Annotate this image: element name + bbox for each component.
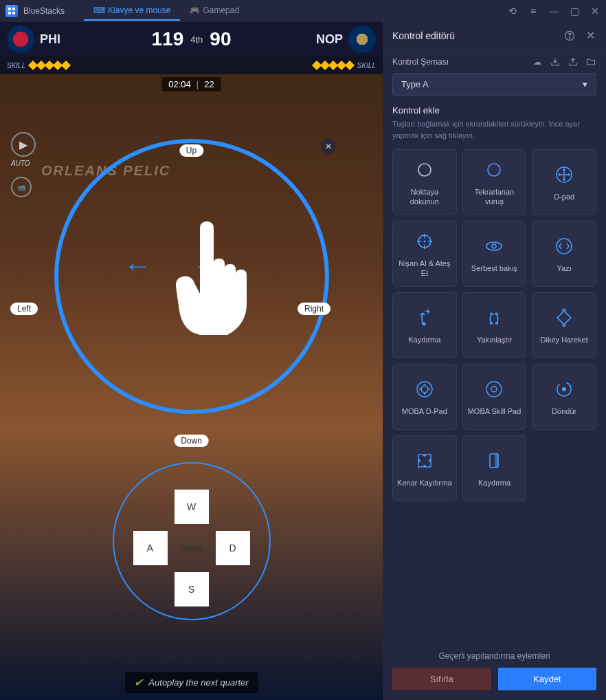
scoreboard: PHI 119 4th 90 NOP bbox=[0, 22, 383, 56]
control-grid: Noktaya dokununTekrarlanan vuruşD-padNiş… bbox=[392, 149, 596, 501]
camera-icon: 📹 bbox=[17, 184, 25, 191]
control-item-script[interactable]: Yazı bbox=[532, 221, 596, 287]
svg-point-12 bbox=[568, 173, 570, 176]
control-item-freelook[interactable]: Serbest bakış bbox=[462, 221, 527, 287]
control-item-aim[interactable]: Nişan Al & Ateş Et bbox=[392, 221, 457, 287]
period: 4th bbox=[190, 34, 203, 45]
shot-clock: 22 bbox=[204, 79, 214, 89]
cloud-sync-button[interactable]: ☁ bbox=[532, 56, 543, 67]
key-a[interactable]: A bbox=[133, 531, 168, 565]
svg-point-18 bbox=[422, 322, 425, 325]
help-button[interactable] bbox=[563, 30, 576, 42]
control-item-rotate[interactable]: Döndür bbox=[532, 364, 596, 430]
control-item-label: D-pad bbox=[554, 192, 574, 201]
autoplay-bar[interactable]: ✔ Autoplay the next quarter bbox=[124, 672, 258, 693]
moba-dpad-icon bbox=[413, 378, 436, 401]
autoplay-text: Autoplay the next quarter bbox=[148, 677, 248, 688]
close-overlay-button[interactable]: ✕ bbox=[321, 139, 336, 154]
svg-rect-3 bbox=[12, 12, 15, 14]
clock: 02:04 bbox=[168, 79, 191, 89]
label-left[interactable]: Left bbox=[10, 303, 38, 315]
menu-button[interactable]: ≡ bbox=[528, 6, 539, 17]
refresh-button[interactable]: ⟲ bbox=[507, 6, 518, 17]
control-item-dpad[interactable]: D-pad bbox=[532, 149, 596, 215]
check-icon: ✔ bbox=[134, 676, 143, 689]
control-item-label: Dikey Hareket bbox=[541, 335, 588, 344]
control-item-label: Tekrarlanan vuruş bbox=[466, 187, 524, 207]
aim-icon bbox=[413, 230, 436, 253]
control-item-zoom[interactable]: Yakınlaştır bbox=[462, 292, 527, 358]
svg-point-5 bbox=[569, 37, 570, 38]
skill-label-left: SKILL bbox=[7, 62, 25, 69]
label-down[interactable]: Down bbox=[174, 435, 209, 447]
control-item-label: Nişan Al & Ateş Et bbox=[396, 259, 453, 278]
tab-gamepad[interactable]: 🎮Gamepad bbox=[180, 1, 249, 21]
control-item-tap[interactable]: Noktaya dokunun bbox=[392, 149, 457, 215]
save-button[interactable]: Kaydet bbox=[498, 668, 597, 690]
app-logo-icon bbox=[5, 5, 18, 17]
schema-select[interactable]: Type A ▾ bbox=[392, 73, 596, 96]
control-item-label: Yakınlaştır bbox=[477, 335, 512, 344]
skill-dots-left bbox=[30, 62, 69, 69]
maximize-button[interactable]: ▢ bbox=[569, 6, 580, 17]
score-right: 90 bbox=[210, 28, 231, 50]
label-up[interactable]: Up bbox=[179, 144, 203, 157]
label-right[interactable]: Right bbox=[298, 303, 330, 315]
svg-rect-0 bbox=[8, 8, 11, 10]
control-item-swipe[interactable]: Kaydırma bbox=[392, 292, 457, 358]
svg-point-11 bbox=[558, 173, 561, 176]
reset-button[interactable]: Sıfırla bbox=[392, 668, 491, 690]
svg-point-27 bbox=[562, 387, 566, 391]
auto-label: AUTO bbox=[11, 160, 36, 167]
close-panel-button[interactable]: ✕ bbox=[584, 30, 596, 42]
svg-rect-30 bbox=[495, 454, 498, 468]
add-description: Tuşları bağlamak için ekrandakileri sürü… bbox=[392, 118, 596, 141]
svg-rect-21 bbox=[557, 311, 571, 325]
control-item-label: Kaydırma bbox=[408, 335, 440, 344]
panel-header: Kontrol editörü ✕ bbox=[383, 22, 606, 50]
control-item-repeat[interactable]: Tekrarlanan vuruş bbox=[462, 149, 527, 215]
keyboard-icon: ⌨ bbox=[93, 6, 105, 15]
control-item-moba-dpad[interactable]: MOBA D-Pad bbox=[392, 364, 457, 430]
game-viewport[interactable]: PHI 119 4th 90 NOP SKILL SKILL 02:04 | 2… bbox=[0, 22, 383, 700]
folder-button[interactable] bbox=[585, 56, 596, 67]
repeat-icon bbox=[482, 158, 506, 182]
key-space[interactable]: Space bbox=[176, 532, 207, 564]
svg-point-19 bbox=[490, 322, 493, 325]
tab-keyboard-mouse[interactable]: ⌨Klavye ve mouse bbox=[84, 1, 180, 21]
arrow-left-icon: ← bbox=[124, 250, 151, 281]
panel-title: Kontrol editörü bbox=[392, 30, 455, 41]
control-item-edge-scroll[interactable]: Kenar Kaydırma bbox=[392, 435, 457, 501]
close-button[interactable]: ✕ bbox=[590, 6, 601, 17]
schema-label: Kontrol Şeması bbox=[392, 57, 449, 67]
svg-point-9 bbox=[563, 168, 565, 171]
team-right: NOP bbox=[316, 25, 376, 53]
footer-label: Geçerli yapılandırma eylemleri bbox=[392, 651, 596, 661]
control-item-label: Döndür bbox=[552, 406, 576, 416]
control-editor-panel: Kontrol editörü ✕ Kontrol Şeması ☁ Type … bbox=[383, 22, 606, 700]
control-item-moba-skill[interactable]: MOBA Skill Pad bbox=[462, 364, 527, 430]
control-item-tilt[interactable]: Dikey Hareket bbox=[532, 292, 596, 358]
export-button[interactable] bbox=[568, 56, 579, 67]
control-item-label: MOBA Skill Pad bbox=[468, 406, 521, 416]
camera-button[interactable]: 📹 bbox=[11, 177, 32, 197]
control-item-label: Noktaya dokunun bbox=[396, 187, 453, 207]
team-left-abbr: PHI bbox=[40, 32, 60, 47]
minimize-button[interactable]: — bbox=[548, 6, 559, 17]
svg-point-25 bbox=[491, 386, 497, 392]
key-d[interactable]: D bbox=[216, 531, 250, 565]
hud-auto[interactable]: ▶ AUTO bbox=[11, 132, 36, 167]
center-score: 119 4th 90 bbox=[152, 28, 232, 50]
control-item-scroll[interactable]: Kaydırma bbox=[462, 435, 527, 501]
key-s[interactable]: S bbox=[175, 572, 209, 606]
add-control-section: Kontrol ekle Tuşları bağlamak için ekran… bbox=[383, 96, 606, 511]
script-icon bbox=[552, 234, 576, 258]
freelook-icon bbox=[482, 234, 506, 258]
chevron-down-icon: ▾ bbox=[583, 79, 587, 89]
play-icon[interactable]: ▶ bbox=[11, 132, 36, 157]
svg-point-7 bbox=[488, 164, 500, 176]
import-button[interactable] bbox=[550, 56, 561, 67]
schema-value: Type A bbox=[401, 79, 429, 89]
key-w[interactable]: W bbox=[175, 490, 209, 524]
game-clock: 02:04 | 22 bbox=[161, 77, 221, 91]
